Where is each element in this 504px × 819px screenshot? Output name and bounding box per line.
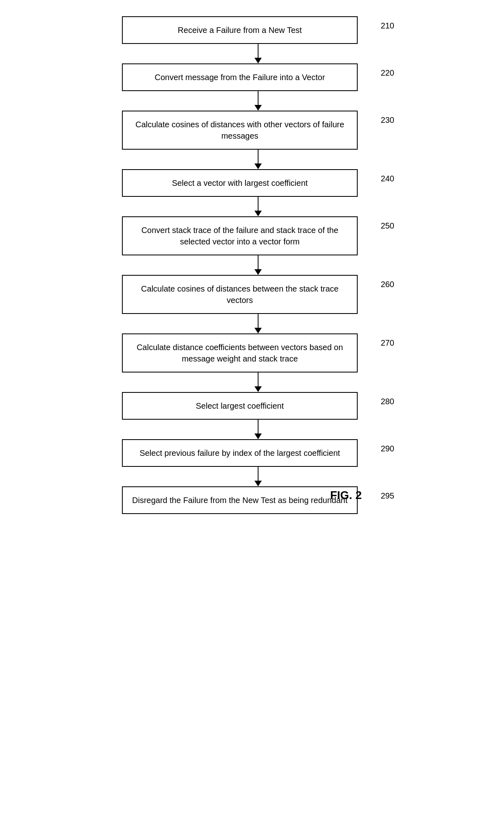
arrow-head-6 [254,386,262,392]
step-label-step-295: 295 [381,491,394,501]
step-label-step-250: 250 [381,221,394,231]
arrow-line-4 [258,255,259,269]
step-label-step-290: 290 [381,444,394,453]
arrow-8 [140,467,376,486]
step-label-step-260: 260 [381,280,394,289]
step-label-step-270: 270 [381,338,394,348]
step-box-step-295: Disregard the Failure from the New Test … [122,486,358,514]
arrow-2 [140,150,376,169]
step-row-step-280: Select largest coefficient280 [110,392,394,420]
arrow-6 [140,372,376,392]
arrow-5 [140,314,376,333]
arrow-7 [140,420,376,439]
step-box-step-240: Select a vector with largest coefficient [122,169,358,197]
step-row-step-230: Calculate cosines of distances with othe… [110,111,394,150]
arrow-4 [140,255,376,275]
arrow-3 [140,197,376,216]
step-box-step-270: Calculate distance coefficients between … [122,333,358,372]
step-label-step-280: 280 [381,397,394,406]
step-box-step-250: Convert stack trace of the failure and s… [122,216,358,255]
step-box-step-290: Select previous failure by index of the … [122,439,358,467]
figure-label: FIG. 2 [330,489,362,502]
arrow-0 [140,44,376,63]
arrow-head-4 [254,269,262,275]
arrow-line-2 [258,150,259,163]
step-row-step-210: Receive a Failure from a New Test210 [110,16,394,44]
step-row-step-290: Select previous failure by index of the … [110,439,394,467]
flowchart-container: Receive a Failure from a New Test210Conv… [110,0,394,514]
step-box-step-210: Receive a Failure from a New Test [122,16,358,44]
arrow-line-7 [258,420,259,433]
step-row-step-260: Calculate cosines of distances between t… [110,275,394,314]
arrow-head-2 [254,163,262,169]
arrow-1 [140,91,376,111]
step-label-step-230: 230 [381,115,394,125]
step-label-step-240: 240 [381,174,394,183]
step-box-step-260: Calculate cosines of distances between t… [122,275,358,314]
arrow-line-1 [258,91,259,105]
arrow-line-3 [258,197,259,211]
arrow-head-5 [254,328,262,333]
step-box-step-230: Calculate cosines of distances with othe… [122,111,358,150]
step-row-step-240: Select a vector with largest coefficient… [110,169,394,197]
arrow-line-6 [258,372,259,386]
step-row-step-250: Convert stack trace of the failure and s… [110,216,394,255]
step-label-step-210: 210 [381,21,394,30]
step-box-step-220: Convert message from the Failure into a … [122,63,358,91]
arrow-head-8 [254,481,262,486]
step-row-step-220: Convert message from the Failure into a … [110,63,394,91]
arrow-line-5 [258,314,259,328]
arrow-line-8 [258,467,259,481]
arrow-line-0 [258,44,259,58]
steps-wrapper: Receive a Failure from a New Test210Conv… [110,16,394,514]
arrow-head-0 [254,58,262,63]
step-label-step-220: 220 [381,68,394,78]
arrow-head-1 [254,105,262,111]
arrow-head-7 [254,433,262,439]
arrow-head-3 [254,211,262,216]
step-row-step-270: Calculate distance coefficients between … [110,333,394,372]
step-box-step-280: Select largest coefficient [122,392,358,420]
